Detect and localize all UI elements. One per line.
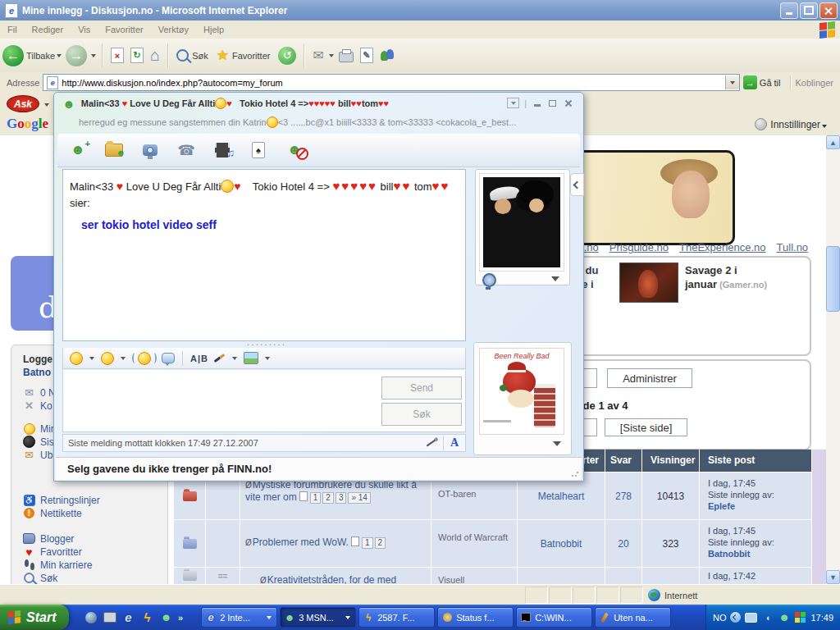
- sidebar-item-search[interactable]: Søk: [23, 572, 57, 584]
- messenger-ad-bar[interactable]: Selg gavene du ikke trenger på FINN.no!: [56, 457, 582, 480]
- history-icon[interactable]: ↺: [278, 47, 296, 65]
- topic-starter[interactable]: Metalheart: [538, 491, 585, 502]
- address-input[interactable]: e http://www.diskusjon.no/index.php?auto…: [43, 74, 739, 91]
- conversation-menu-icon[interactable]: [507, 98, 519, 108]
- messenger-title-bar[interactable]: ☻ Malin<33 ♥ Love U Deg Får Allti♥ Tokio…: [54, 93, 583, 114]
- voice-clip-icon[interactable]: [162, 353, 175, 363]
- scroll-up-icon[interactable]: ▲: [826, 135, 840, 149]
- minimize-button[interactable]: [780, 2, 798, 19]
- page-button-1[interactable]: 1: [310, 492, 322, 504]
- font-picker-icon[interactable]: A|B: [190, 354, 208, 363]
- stop-icon[interactable]: ×: [111, 48, 124, 63]
- forum-name[interactable]: Visuell: [431, 568, 518, 584]
- messenger-close-button[interactable]: [563, 98, 573, 108]
- start-button[interactable]: Start: [0, 605, 69, 630]
- topic-starter[interactable]: Batnobbit: [541, 538, 582, 550]
- messenger-quicklaunch-icon[interactable]: ☻: [159, 610, 173, 624]
- news-thumbnail[interactable]: [619, 262, 678, 303]
- back-label[interactable]: Tilbake: [26, 51, 55, 61]
- ask-dropdown-icon[interactable]: [44, 103, 49, 107]
- scroll-thumb[interactable]: [826, 246, 840, 312]
- favorites-icon[interactable]: ★: [217, 47, 229, 64]
- picture-options-icon[interactable]: [551, 276, 559, 281]
- sidebar-item-favorites[interactable]: ♥Favoritter: [23, 546, 82, 558]
- forward-button[interactable]: →: [66, 45, 87, 66]
- page-button-2[interactable]: 2: [322, 492, 334, 504]
- indicator-tray-icon[interactable]: [794, 612, 806, 623]
- print-icon[interactable]: [339, 52, 354, 62]
- link-tull[interactable]: Tull.no: [777, 241, 809, 253]
- last-post-user[interactable]: Batnobbit: [708, 549, 750, 559]
- sidebar-item-career[interactable]: Min karriere: [23, 559, 92, 571]
- links-label[interactable]: Koblinger: [796, 78, 833, 88]
- page-button-last[interactable]: » 14: [348, 492, 370, 504]
- resize-grip[interactable]: [571, 469, 579, 477]
- task-cmd[interactable]: _C:\WIN...: [516, 607, 592, 628]
- background-picker-icon[interactable]: [213, 354, 225, 363]
- page-scrollbar[interactable]: ▲ ▼: [826, 135, 840, 584]
- task-status[interactable]: Status f...: [437, 607, 514, 628]
- mail-icon[interactable]: ✉: [313, 48, 323, 63]
- menu-fil[interactable]: Fil: [0, 25, 25, 34]
- webcam-icon[interactable]: [138, 139, 162, 161]
- link-theexperience[interactable]: TheExperience.no: [679, 241, 766, 253]
- forward-dropdown-icon[interactable]: [91, 54, 96, 57]
- games-icon[interactable]: ♠: [246, 139, 271, 161]
- volume-tray-icon[interactable]: ◖: [761, 612, 774, 623]
- sidebar-item-blogs[interactable]: Blogger: [23, 532, 74, 545]
- menu-rediger[interactable]: Rediger: [25, 25, 71, 34]
- sidebar-item-unanswered[interactable]: ✉Ub: [23, 449, 52, 461]
- close-button[interactable]: [819, 2, 838, 19]
- messenger-maximize-button[interactable]: [547, 98, 558, 108]
- page-button-1[interactable]: 1: [362, 537, 373, 549]
- block-contact-icon[interactable]: ☻: [282, 139, 307, 161]
- task-winamp[interactable]: ϟ2587. F...: [358, 607, 435, 628]
- winamp-quicklaunch-icon[interactable]: ϟ: [140, 610, 154, 624]
- mail-dropdown-icon[interactable]: [329, 54, 334, 57]
- page-button-3[interactable]: 3: [336, 492, 347, 504]
- last-page-button[interactable]: [Siste side]: [605, 418, 687, 436]
- news-title-line1[interactable]: Savage 2 i: [685, 264, 737, 276]
- ad-text[interactable]: Selg gavene du ikke trenger på FINN.no!: [67, 463, 272, 475]
- menu-vis[interactable]: Vis: [71, 25, 98, 34]
- tray-expand-icon[interactable]: [730, 612, 741, 623]
- go-button-icon[interactable]: →: [743, 75, 757, 89]
- address-url[interactable]: http://www.diskusjon.no/index.php?autoco…: [62, 78, 724, 88]
- call-icon[interactable]: ☎: [174, 139, 199, 161]
- last-post-user[interactable]: Eplefe: [708, 501, 735, 511]
- handwriting-icon[interactable]: [426, 439, 436, 446]
- topic-link[interactable]: Kreativitetstråden, for de med: [267, 574, 396, 584]
- language-indicator[interactable]: NO: [713, 613, 727, 623]
- menu-verktoy[interactable]: Verktøy: [151, 25, 196, 34]
- edit-icon[interactable]: ✎: [360, 48, 373, 63]
- messenger-tray-icon[interactable]: ☻: [778, 612, 790, 623]
- own-display-picture[interactable]: Been Really Bad: [479, 348, 564, 435]
- task-internet-group[interactable]: e2 Inte...: [201, 607, 277, 628]
- topic-link[interactable]: Problemer med WoW.: [253, 536, 349, 548]
- sidebar-item-controlpanel[interactable]: ✕Ko: [23, 399, 52, 412]
- forum-name[interactable]: World of Warcraft: [431, 520, 518, 567]
- task-untitled[interactable]: Uten na...: [595, 607, 671, 628]
- send-button[interactable]: Send: [381, 377, 462, 399]
- network-tray-icon[interactable]: [745, 612, 757, 623]
- search-button[interactable]: Søk: [381, 403, 462, 426]
- picture-options-icon[interactable]: [553, 441, 561, 446]
- sidebar-item-guidelines[interactable]: ♿Retningslinjer: [23, 494, 100, 506]
- contact-display-picture[interactable]: [480, 174, 564, 271]
- toolbar-settings[interactable]: Innstillinger: [755, 118, 829, 130]
- refresh-icon[interactable]: ↻: [130, 48, 144, 63]
- messenger-minimize-button[interactable]: [532, 98, 542, 108]
- collapse-sidebar-icon[interactable]: [570, 173, 584, 196]
- send-file-icon[interactable]: ☻: [102, 139, 126, 161]
- link-prisguide[interactable]: Prisguide.no: [609, 241, 669, 253]
- webcam-status-icon[interactable]: [482, 273, 496, 287]
- quicklaunch-overflow-icon[interactable]: »: [178, 613, 183, 623]
- administer-button[interactable]: Administrer: [607, 368, 692, 388]
- task-msn-group[interactable]: ☻3 MSN...: [280, 607, 356, 628]
- restore-button[interactable]: [800, 2, 818, 19]
- page-button-2[interactable]: 2: [375, 537, 386, 549]
- reply-count[interactable]: 278: [615, 491, 632, 502]
- ie-quicklaunch-icon[interactable]: e: [121, 610, 135, 624]
- nudge-icon[interactable]: [132, 352, 157, 365]
- menu-favoritter[interactable]: Favoritter: [98, 25, 150, 34]
